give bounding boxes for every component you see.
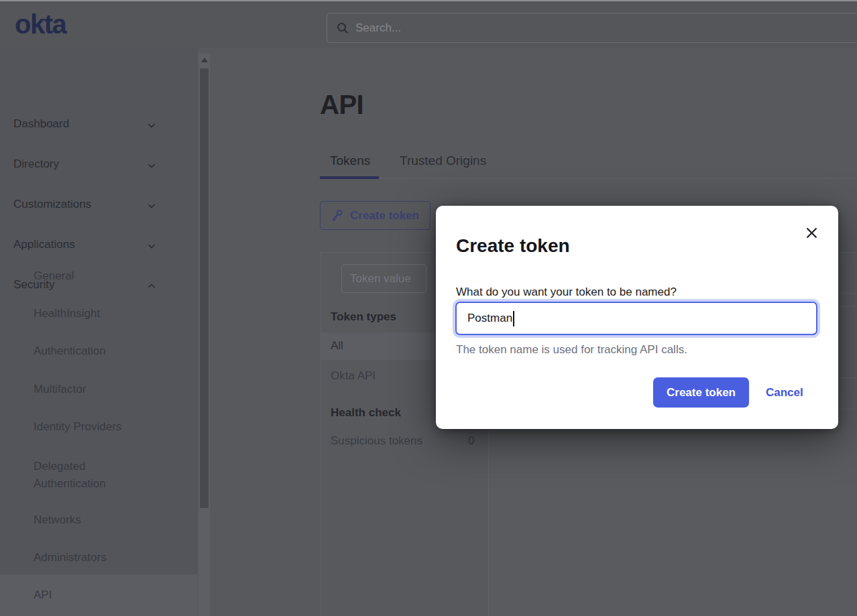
token-name-value: Postman xyxy=(467,312,512,325)
close-icon[interactable] xyxy=(804,225,819,240)
create-token-modal: Create token What do you want your token… xyxy=(436,206,838,429)
token-name-helper-text: The token name is used for tracking API … xyxy=(456,343,687,357)
modal-cancel-button[interactable]: Cancel xyxy=(766,377,803,408)
modal-create-token-button[interactable]: Create token xyxy=(653,377,749,408)
modal-title: Create token xyxy=(456,235,570,257)
token-name-label: What do you want your token to be named? xyxy=(456,286,677,299)
text-cursor xyxy=(513,311,514,326)
token-name-input[interactable]: Postman xyxy=(455,302,817,335)
